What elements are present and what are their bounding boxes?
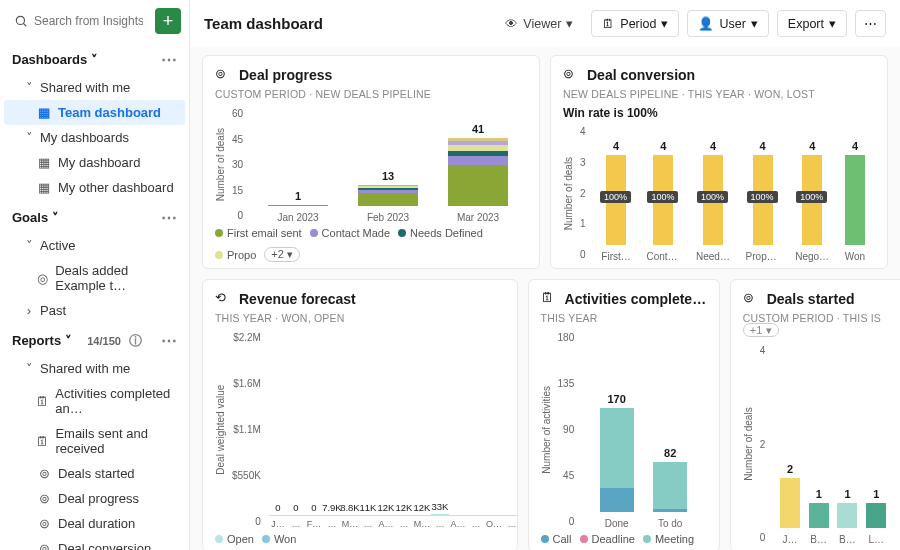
- period-dropdown[interactable]: 🗓Period▾: [591, 10, 679, 37]
- coin-icon: ⊚: [215, 66, 233, 84]
- sidebar-item-team-dashboard[interactable]: ▦Team dashboard: [4, 100, 185, 125]
- legend-more[interactable]: +2 ▾: [264, 247, 300, 262]
- group-reports-shared[interactable]: ˅Shared with me: [4, 356, 185, 381]
- section-dashboards[interactable]: Dashboards ˅ ⋯: [4, 42, 185, 75]
- calendar-icon: 🗓: [541, 290, 559, 308]
- chevron-right-icon: ›: [24, 303, 34, 318]
- headline: Win rate is 100%: [563, 106, 875, 120]
- user-dropdown[interactable]: 👤User▾: [687, 10, 768, 37]
- card-activities: 🗓Activities complete… THIS YEAR Number o…: [528, 279, 720, 550]
- chevron-down-icon: ▾: [661, 16, 668, 31]
- card-subtitle: NEW DEALS PIPELINE · THIS YEAR · WON, LO…: [563, 88, 875, 100]
- svg-line-1: [23, 23, 26, 26]
- y-axis-label: Deal weighted value: [215, 330, 226, 529]
- chart-legend: Call Deadline Meeting: [541, 533, 707, 545]
- viewer-dropdown[interactable]: 👁Viewer▾: [495, 11, 583, 36]
- y-axis-label: Number of deals: [743, 343, 754, 545]
- coin-icon: ⊚: [743, 290, 761, 308]
- sidebar-item-deals-started[interactable]: ⊚Deals started: [4, 461, 185, 486]
- group-active[interactable]: ˅Active: [4, 233, 185, 258]
- y-ticks: $2.2M$1.6M$1.1M$550K0: [230, 330, 263, 529]
- coin-icon: ⊚: [36, 541, 52, 550]
- chart-plot: 0J…0…0F…7.9K…8.8KM…11K…12KA…12K…12KM…33K…: [267, 330, 505, 529]
- card-subtitle: CUSTOM PERIOD · NEW DEALS PIPELINE: [215, 88, 527, 100]
- coin-icon: ⊚: [36, 516, 52, 531]
- eye-icon: 👁: [505, 17, 518, 31]
- chevron-down-icon: ˅: [24, 238, 34, 253]
- card-title: Activities complete…: [565, 291, 707, 307]
- export-button[interactable]: Export▾: [777, 10, 847, 37]
- info-icon[interactable]: ⓘ: [129, 332, 142, 350]
- report-count: 14/150: [87, 335, 121, 347]
- y-axis-label: Number of deals: [215, 106, 226, 223]
- search-icon: [14, 14, 28, 28]
- card-deal-conversion: ⊚Deal conversion NEW DEALS PIPELINE · TH…: [550, 55, 888, 269]
- chart-plot: 4100%First…4100%Conta…4100%Needs…4100%Pr…: [592, 124, 875, 262]
- coin-icon: ⊚: [36, 466, 52, 481]
- section-reports[interactable]: Reports ˅ 14/150 ⓘ ⋯: [4, 323, 185, 356]
- card-subtitle: CUSTOM PERIOD · THIS IS +1 ▾: [743, 312, 895, 337]
- y-ticks: 43210: [578, 124, 588, 262]
- chevron-down-icon: ˅: [24, 361, 34, 376]
- sidebar-item-my-dashboard[interactable]: ▦My dashboard: [4, 150, 185, 175]
- user-icon: 👤: [698, 16, 714, 31]
- chevron-down-icon: ˅: [65, 333, 72, 348]
- main: Team dashboard 👁Viewer▾ 🗓Period▾ 👤User▾ …: [190, 0, 900, 550]
- y-axis-label: Number of deals: [563, 124, 574, 262]
- sidebar-item-emails[interactable]: 🗓Emails sent and received: [4, 421, 185, 461]
- search-input[interactable]: [34, 14, 143, 28]
- more-button[interactable]: ⋯: [855, 10, 886, 37]
- group-my-dashboards[interactable]: ˅My dashboards: [4, 125, 185, 150]
- more-icon[interactable]: ⋯: [161, 208, 177, 227]
- chart-plot: 2J…1B…1B…1L…: [771, 343, 895, 545]
- card-deals-started: ⊚Deals started CUSTOM PERIOD · THIS IS +…: [730, 279, 900, 550]
- sidebar-item-deals-added[interactable]: ◎Deals added Example t…: [4, 258, 185, 298]
- group-shared-with-me[interactable]: ˅Shared with me: [4, 75, 185, 100]
- more-icon[interactable]: ⋯: [161, 331, 177, 350]
- chart-plot: 170Done82To do: [580, 330, 706, 529]
- sidebar: + Dashboards ˅ ⋯ ˅Shared with me ▦Team d…: [0, 0, 190, 550]
- grid-icon: ▦: [36, 155, 52, 170]
- search-box[interactable]: [8, 10, 149, 32]
- page-title: Team dashboard: [204, 15, 487, 32]
- card-deal-progress: ⊚Deal progress CUSTOM PERIOD · NEW DEALS…: [202, 55, 540, 269]
- card-title: Revenue forecast: [239, 291, 356, 307]
- card-title: Deal conversion: [587, 67, 695, 83]
- calendar-icon: 🗓: [36, 434, 49, 449]
- y-ticks: 18013590450: [556, 330, 577, 529]
- chevron-down-icon: ˅: [52, 210, 59, 225]
- section-goals[interactable]: Goals ˅ ⋯: [4, 200, 185, 233]
- y-ticks: 604530150: [230, 106, 245, 223]
- grid-icon: ▦: [36, 105, 52, 120]
- legend-more[interactable]: +1 ▾: [743, 323, 779, 337]
- card-subtitle: THIS YEAR · WON, OPEN: [215, 312, 505, 324]
- calendar-icon: 🗓: [36, 394, 49, 409]
- chevron-down-icon: ˅: [24, 130, 34, 145]
- more-icon[interactable]: ⋯: [161, 50, 177, 69]
- calendar-icon: 🗓: [602, 17, 615, 31]
- card-subtitle: THIS YEAR: [541, 312, 707, 324]
- chart-legend: First email sent Contact Made Needs Defi…: [215, 227, 527, 262]
- card-title: Deals started: [767, 291, 855, 307]
- coin-icon: ⊚: [563, 66, 581, 84]
- chevron-down-icon: ▾: [566, 16, 573, 31]
- chevron-down-icon: ˅: [24, 80, 34, 95]
- sidebar-item-deal-duration[interactable]: ⊚Deal duration: [4, 511, 185, 536]
- chart-legend: Open Won: [215, 533, 505, 545]
- sidebar-item-deal-conversion[interactable]: ⊚Deal conversion: [4, 536, 185, 550]
- chart-plot: 1Jan 202313Feb 202341Mar 2023: [249, 106, 527, 223]
- y-ticks: 420: [758, 343, 768, 545]
- add-button[interactable]: +: [155, 8, 181, 34]
- y-axis-label: Number of activities: [541, 330, 552, 529]
- chevron-down-icon: ˅: [91, 52, 98, 67]
- topbar: Team dashboard 👁Viewer▾ 🗓Period▾ 👤User▾ …: [190, 0, 900, 47]
- coin-icon: ⊚: [36, 491, 52, 506]
- sidebar-item-my-other-dashboard[interactable]: ▦My other dashboard: [4, 175, 185, 200]
- card-title: Deal progress: [239, 67, 332, 83]
- sidebar-item-activities[interactable]: 🗓Activities completed an…: [4, 381, 185, 421]
- card-revenue-forecast: ⟲Revenue forecast THIS YEAR · WON, OPEN …: [202, 279, 518, 550]
- target-icon: ◎: [36, 271, 49, 286]
- group-past[interactable]: ›Past: [4, 298, 185, 323]
- sidebar-item-deal-progress[interactable]: ⊚Deal progress: [4, 486, 185, 511]
- chevron-down-icon: ▾: [751, 16, 758, 31]
